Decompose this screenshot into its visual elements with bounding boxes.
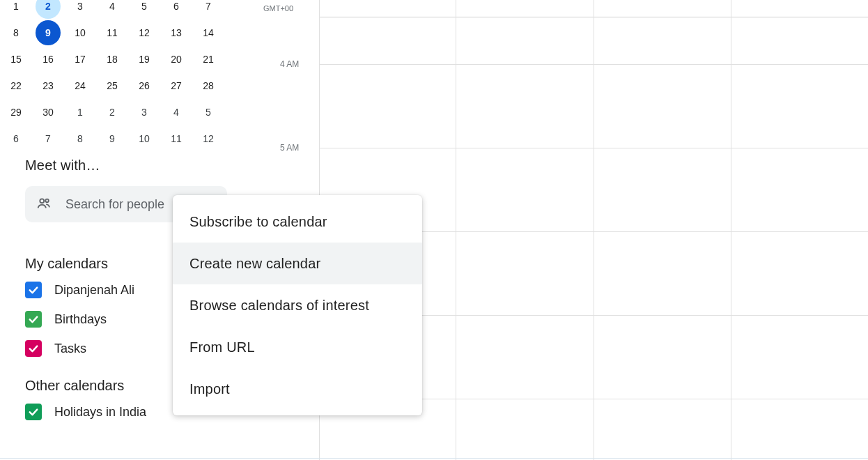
menu-item[interactable]: Browse calendars of interest: [173, 284, 422, 326]
mini-calendar-day[interactable]: 7: [32, 125, 64, 152]
mini-calendar-day[interactable]: 12: [192, 125, 224, 152]
mini-calendar-day[interactable]: 21: [192, 46, 224, 72]
mini-calendar-day[interactable]: 11: [96, 20, 128, 46]
mini-calendar-day[interactable]: 4: [96, 0, 128, 20]
hour-row: 3 AM: [244, 0, 868, 22]
mini-calendar-day[interactable]: 6: [0, 125, 32, 152]
mini-calendar-day[interactable]: 5: [192, 99, 224, 125]
mini-calendar-day[interactable]: 9: [32, 20, 64, 46]
mini-calendar-day[interactable]: 20: [160, 46, 192, 72]
calendar-item-label: Tasks: [54, 342, 86, 356]
other-calendars-menu: Subscribe to calendarCreate new calendar…: [173, 195, 422, 415]
calendar-checkbox[interactable]: [25, 404, 42, 420]
calendar-checkbox[interactable]: [25, 311, 42, 328]
mini-calendar-day[interactable]: 19: [128, 46, 160, 72]
svg-point-0: [40, 199, 44, 203]
mini-calendar-day[interactable]: 9: [96, 125, 128, 152]
mini-calendar-day[interactable]: 8: [0, 20, 32, 46]
hour-label: 4 AM: [280, 59, 299, 69]
calendar-item-label: Birthdays: [54, 312, 107, 327]
mini-calendar-day[interactable]: 3: [64, 0, 96, 20]
menu-item[interactable]: Subscribe to calendar: [173, 201, 422, 243]
mini-calendar-day[interactable]: 14: [192, 20, 224, 46]
hour-line: [319, 64, 868, 65]
mini-calendar-day[interactable]: 24: [64, 72, 96, 99]
mini-calendar-day[interactable]: 13: [160, 20, 192, 46]
bottom-border: [0, 458, 868, 459]
mini-calendar-day[interactable]: 15: [0, 46, 32, 72]
mini-calendar-day[interactable]: 17: [64, 46, 96, 72]
hour-row: 4 AM: [244, 64, 868, 106]
mini-calendar-day[interactable]: 26: [128, 72, 160, 99]
mini-calendar-day[interactable]: 10: [128, 125, 160, 152]
mini-calendar-day[interactable]: 16: [32, 46, 64, 72]
mini-calendar-day[interactable]: 23: [32, 72, 64, 99]
mini-calendar-day[interactable]: 1: [64, 99, 96, 125]
mini-calendar-day[interactable]: 11: [160, 125, 192, 152]
svg-point-1: [45, 199, 48, 201]
menu-item[interactable]: From URL: [173, 326, 422, 368]
mini-calendar-day[interactable]: 3: [128, 99, 160, 125]
meet-with-title: Meet with…: [0, 152, 237, 174]
mini-calendar-day[interactable]: 6: [160, 0, 192, 20]
mini-calendar-day[interactable]: 22: [0, 72, 32, 99]
mini-calendar-day[interactable]: 2: [96, 99, 128, 125]
menu-item[interactable]: Import: [173, 368, 422, 410]
hour-label: 5 AM: [280, 143, 299, 153]
calendar-checkbox[interactable]: [25, 340, 42, 357]
mini-calendar-day[interactable]: 25: [96, 72, 128, 99]
calendar-checkbox[interactable]: [25, 282, 42, 298]
mini-calendar-day[interactable]: 27: [160, 72, 192, 99]
people-icon: [36, 196, 52, 213]
mini-calendar-day[interactable]: 18: [96, 46, 128, 72]
mini-calendar-day[interactable]: 8: [64, 125, 96, 152]
mini-calendar-day[interactable]: 30: [32, 99, 64, 125]
mini-calendar-day[interactable]: 4: [160, 99, 192, 125]
mini-calendar-day[interactable]: 29: [0, 99, 32, 125]
menu-item[interactable]: Create new calendar: [173, 243, 422, 284]
mini-calendar-day[interactable]: 2: [32, 0, 64, 20]
mini-calendar-day[interactable]: 5: [128, 0, 160, 20]
hour-line: [319, 148, 868, 148]
calendar-item-label: Dipanjenah Ali: [54, 283, 134, 298]
mini-calendar-day[interactable]: 12: [128, 20, 160, 46]
calendar-item-label: Holidays in India: [54, 405, 146, 420]
mini-calendar-day[interactable]: 10: [64, 20, 96, 46]
hour-row: 5 AM: [244, 148, 868, 190]
mini-calendar-day[interactable]: 28: [192, 72, 224, 99]
mini-calendar[interactable]: 1234567891011121314151617181920212223242…: [0, 0, 237, 152]
mini-calendar-day[interactable]: 7: [192, 0, 224, 20]
mini-calendar-day[interactable]: 1: [0, 0, 32, 20]
